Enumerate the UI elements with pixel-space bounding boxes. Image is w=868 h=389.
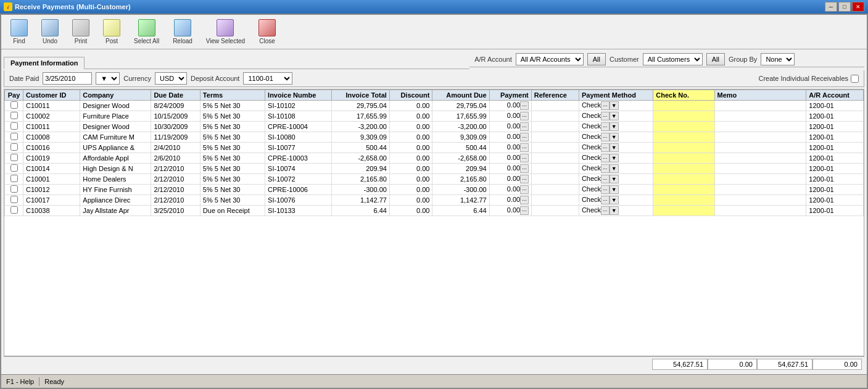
payment-method-dots-button[interactable]: ··· xyxy=(601,175,610,183)
tab-payment-information[interactable]: Payment Information xyxy=(4,57,85,69)
payment-method-dots-button[interactable]: ··· xyxy=(601,164,610,173)
pay-checkbox[interactable] xyxy=(10,154,18,161)
date-paid-dropdown[interactable]: ▼ xyxy=(96,72,120,85)
pay-cell[interactable] xyxy=(5,101,23,111)
payment-dots-button[interactable]: ··· xyxy=(520,164,529,173)
maximize-button[interactable]: □ xyxy=(838,2,851,12)
payment-dots-button[interactable]: ··· xyxy=(520,143,529,152)
due-date-cell: 2/6/2010 xyxy=(151,153,200,164)
payment-dots-button[interactable]: ··· xyxy=(520,196,529,204)
pay-checkbox[interactable] xyxy=(10,185,18,193)
payment-method-dots-button[interactable]: ··· xyxy=(601,122,610,131)
help-text: F1 - Help xyxy=(6,378,34,385)
payment-method-dropdown-button[interactable]: ▼ xyxy=(610,164,619,173)
payment-dots-button[interactable]: ··· xyxy=(520,206,529,215)
payment-dots-button[interactable]: ··· xyxy=(520,112,529,120)
pay-cell[interactable] xyxy=(5,174,23,185)
payment-method-dots-button[interactable]: ··· xyxy=(601,143,610,152)
payment-method-dropdown-button[interactable]: ▼ xyxy=(610,185,619,194)
payment-method-dots-button[interactable]: ··· xyxy=(601,206,610,215)
ar-account-select[interactable]: All A/R Accounts xyxy=(516,53,584,65)
check-no-cell[interactable] xyxy=(653,153,714,164)
view-selected-button[interactable]: View Selected xyxy=(202,17,249,46)
deposit-account-select[interactable]: 1100-01 xyxy=(243,72,292,85)
check-no-cell[interactable] xyxy=(653,164,714,174)
payment-dots-button[interactable]: ··· xyxy=(520,185,529,194)
currency-select[interactable]: USD xyxy=(155,72,187,85)
terms-cell: 5% 5 Net 30 xyxy=(200,195,265,206)
ar-account-cell: 1200-01 xyxy=(806,174,864,185)
customer-all-button[interactable]: All xyxy=(706,53,725,65)
pay-cell[interactable] xyxy=(5,195,23,206)
pay-checkbox[interactable] xyxy=(10,101,18,109)
pay-checkbox[interactable] xyxy=(10,122,18,130)
select-all-button[interactable]: Select All xyxy=(130,17,163,46)
close-button[interactable]: Close xyxy=(254,17,280,46)
payment-dots-button[interactable]: ··· xyxy=(520,154,529,162)
pay-checkbox[interactable] xyxy=(10,206,18,214)
check-no-cell[interactable] xyxy=(653,174,714,185)
pay-cell[interactable] xyxy=(5,153,23,164)
ar-account-all-button[interactable]: All xyxy=(587,53,606,65)
payment-method-dots-button[interactable]: ··· xyxy=(601,133,610,141)
check-no-cell[interactable] xyxy=(653,101,714,111)
pay-checkbox[interactable] xyxy=(10,164,18,172)
find-button[interactable]: Find xyxy=(6,17,32,46)
print-button[interactable]: Print xyxy=(68,17,94,46)
date-paid-input[interactable] xyxy=(43,72,92,85)
pay-cell[interactable] xyxy=(5,132,23,143)
reference-cell xyxy=(531,111,579,122)
due-date-cell: 11/19/2009 xyxy=(151,132,200,143)
payment-method-dots-button[interactable]: ··· xyxy=(601,101,610,110)
payment-dots-button[interactable]: ··· xyxy=(520,101,529,110)
check-no-cell[interactable] xyxy=(653,111,714,122)
pay-cell[interactable] xyxy=(5,185,23,195)
pay-checkbox[interactable] xyxy=(10,112,18,119)
check-no-cell[interactable] xyxy=(653,195,714,206)
minimize-button[interactable]: ─ xyxy=(825,2,837,12)
check-no-cell[interactable] xyxy=(653,132,714,143)
post-button[interactable]: Post xyxy=(99,17,125,46)
pay-cell[interactable] xyxy=(5,122,23,132)
pay-cell[interactable] xyxy=(5,143,23,153)
payment-dots-button[interactable]: ··· xyxy=(520,122,529,131)
check-no-cell[interactable] xyxy=(653,143,714,153)
customer-select[interactable]: All Customers xyxy=(643,53,703,65)
payment-method-dots-button[interactable]: ··· xyxy=(601,112,610,120)
payment-method-dropdown-button[interactable]: ▼ xyxy=(610,122,619,131)
payment-method-cell: Check···▼ xyxy=(579,195,653,206)
check-no-cell[interactable] xyxy=(653,185,714,195)
close-window-button[interactable]: ✕ xyxy=(852,2,864,12)
table-row: C10014High Design & N2/12/20105% 5 Net 3… xyxy=(5,164,864,174)
reference-cell xyxy=(531,164,579,174)
payment-method-dots-button[interactable]: ··· xyxy=(601,185,610,194)
pay-checkbox[interactable] xyxy=(10,196,18,203)
payment-value: 0.00 xyxy=(507,133,520,140)
check-no-cell[interactable] xyxy=(653,206,714,216)
payment-method-dots-button[interactable]: ··· xyxy=(601,196,610,204)
payment-method-dropdown-button[interactable]: ▼ xyxy=(610,206,619,215)
payment-method-dropdown-button[interactable]: ▼ xyxy=(610,154,619,162)
payment-method-dropdown-button[interactable]: ▼ xyxy=(610,133,619,141)
undo-button[interactable]: Undo xyxy=(37,17,63,46)
payment-method-dropdown-button[interactable]: ▼ xyxy=(610,143,619,152)
pay-cell[interactable] xyxy=(5,206,23,216)
check-no-cell[interactable] xyxy=(653,122,714,132)
create-individual-checkbox[interactable] xyxy=(851,75,859,83)
pay-checkbox[interactable] xyxy=(10,175,18,182)
invoice-num-cell: SI-10108 xyxy=(265,111,332,122)
payment-dots-button[interactable]: ··· xyxy=(520,133,529,141)
payment-value: 0.00 xyxy=(507,196,520,203)
pay-checkbox[interactable] xyxy=(10,133,18,140)
pay-cell[interactable] xyxy=(5,111,23,122)
reload-button[interactable]: Reload xyxy=(168,17,197,46)
payment-method-dropdown-button[interactable]: ▼ xyxy=(610,175,619,183)
payment-method-dropdown-button[interactable]: ▼ xyxy=(610,112,619,120)
payment-method-dropdown-button[interactable]: ▼ xyxy=(610,101,619,110)
pay-checkbox[interactable] xyxy=(10,143,18,151)
payment-method-dropdown-button[interactable]: ▼ xyxy=(610,196,619,204)
group-by-select[interactable]: None xyxy=(761,53,795,65)
payment-dots-button[interactable]: ··· xyxy=(520,175,529,183)
payment-method-dots-button[interactable]: ··· xyxy=(601,154,610,162)
pay-cell[interactable] xyxy=(5,164,23,174)
